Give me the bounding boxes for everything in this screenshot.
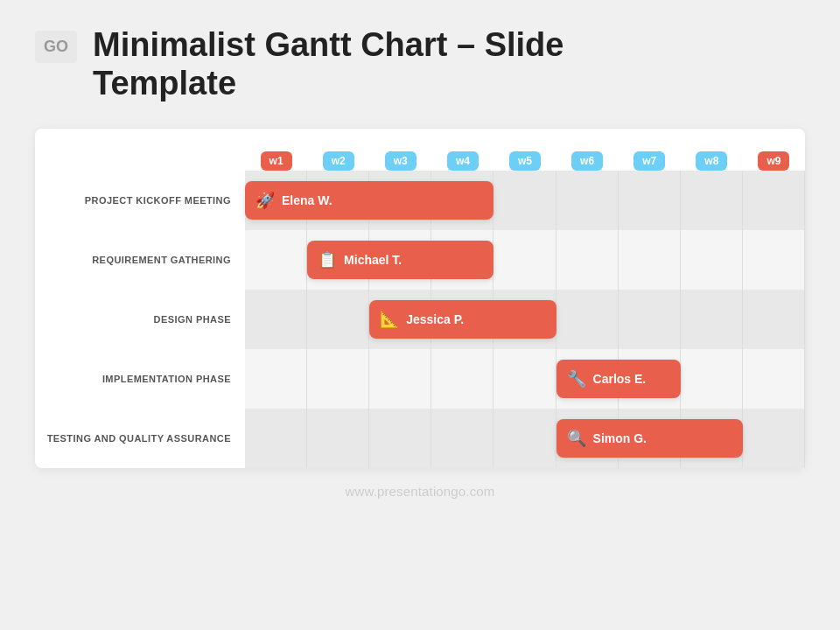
gantt-chart: w1w2w3w4w5w6w7w8w9 PROJECT KICKOFF MEETI…: [35, 129, 805, 468]
week-badge-w5: w5: [509, 151, 541, 171]
row-label: TESTING AND QUALITY ASSURANCE: [35, 424, 245, 454]
task-name: Michael T.: [344, 253, 402, 267]
bars-area: 🚀Elena W.: [245, 171, 805, 230]
week-col: [681, 290, 743, 349]
week-col: [307, 290, 369, 349]
gantt-row: DESIGN PHASE📐Jessica P.: [35, 290, 805, 349]
week-col: [619, 290, 681, 349]
week-col: [494, 349, 556, 409]
row-label: REQUIREMENT GATHERING: [35, 245, 245, 276]
week-col: [494, 230, 556, 290]
task-icon: 🔧: [567, 369, 586, 388]
task-icon: 📋: [318, 250, 337, 270]
task-bar: 📋Michael T.: [307, 241, 494, 279]
week-badge-w2: w2: [323, 151, 354, 171]
week-cell-w1: w1: [245, 129, 307, 171]
header: GO Minimalist Gantt Chart – Slide Templa…: [35, 26, 805, 102]
task-icon: 🚀: [256, 191, 275, 210]
bars-area: 📋Michael T.: [245, 230, 805, 290]
week-col: [431, 409, 494, 468]
task-icon: 🔍: [567, 429, 586, 448]
week-badge-w7: w7: [634, 151, 665, 171]
gantt-rows: PROJECT KICKOFF MEETING🚀Elena W.REQUIREM…: [35, 171, 805, 468]
task-bar: 🔧Carlos E.: [556, 360, 681, 398]
week-col: [307, 409, 369, 468]
task-bar: 📐Jessica P.: [369, 300, 556, 339]
week-badge-w6: w6: [571, 151, 603, 171]
week-col: [619, 230, 681, 290]
week-col: [494, 409, 556, 468]
week-cell-w8: w8: [681, 129, 743, 171]
week-col: [743, 349, 805, 409]
row-label: IMPLEMENTATION PHASE: [35, 364, 245, 395]
chart-container: w1w2w3w4w5w6w7w8w9 PROJECT KICKOFF MEETI…: [35, 129, 805, 468]
gantt-row: REQUIREMENT GATHERING📋Michael T.: [35, 230, 805, 290]
week-col: [369, 409, 431, 468]
gantt-row: IMPLEMENTATION PHASE🔧Carlos E.: [35, 349, 805, 409]
week-col: [681, 171, 743, 230]
week-col: [619, 171, 681, 230]
week-col: [494, 171, 556, 230]
week-cell-w9: w9: [743, 129, 805, 171]
bars-area: 🔧Carlos E.: [245, 349, 805, 409]
week-cell-w6: w6: [556, 129, 619, 171]
row-label: DESIGN PHASE: [35, 304, 245, 335]
week-cell-w2: w2: [307, 129, 369, 171]
week-col: [245, 290, 307, 349]
week-col: [556, 290, 619, 349]
task-icon: 📐: [380, 310, 399, 329]
task-name: Simon G.: [593, 431, 647, 445]
week-col: [743, 171, 805, 230]
page: GO Minimalist Gantt Chart – Slide Templa…: [0, 0, 840, 630]
week-badge-w3: w3: [385, 151, 416, 171]
task-bar: 🔍Simon G.: [556, 419, 743, 458]
week-col: [556, 230, 619, 290]
bars-area: 📐Jessica P.: [245, 290, 805, 349]
week-badge-w8: w8: [696, 151, 727, 171]
week-col: [369, 349, 431, 409]
week-col: [245, 349, 307, 409]
week-header-row: w1w2w3w4w5w6w7w8w9: [245, 129, 805, 171]
week-cell-w3: w3: [369, 129, 431, 171]
week-col: [743, 409, 805, 468]
task-name: Carlos E.: [593, 372, 647, 386]
week-badge-w9: w9: [758, 151, 789, 171]
task-bar: 🚀Elena W.: [245, 181, 494, 220]
week-col: [681, 230, 743, 290]
week-cell-w5: w5: [494, 129, 556, 171]
week-col: [431, 349, 494, 409]
row-label: PROJECT KICKOFF MEETING: [35, 186, 245, 216]
task-name: Jessica P.: [406, 312, 464, 326]
logo: GO: [35, 31, 77, 63]
week-badge-w4: w4: [447, 151, 479, 171]
week-col: [245, 230, 307, 290]
footer-text: www.presentationgo.com: [346, 484, 495, 499]
week-badge-w1: w1: [261, 151, 292, 171]
week-cell-w4: w4: [431, 129, 494, 171]
week-cell-w7: w7: [619, 129, 681, 171]
week-col: [307, 349, 369, 409]
task-name: Elena W.: [282, 193, 332, 207]
bars-area: 🔍Simon G.: [245, 409, 805, 468]
gantt-row: TESTING AND QUALITY ASSURANCE🔍Simon G.: [35, 409, 805, 468]
week-col: [681, 349, 743, 409]
week-col: [743, 230, 805, 290]
page-title: Minimalist Gantt Chart – Slide Template: [93, 26, 564, 102]
week-col: [743, 290, 805, 349]
week-col: [245, 409, 307, 468]
footer: www.presentationgo.com: [35, 484, 805, 499]
gantt-row: PROJECT KICKOFF MEETING🚀Elena W.: [35, 171, 805, 230]
week-col: [556, 171, 619, 230]
